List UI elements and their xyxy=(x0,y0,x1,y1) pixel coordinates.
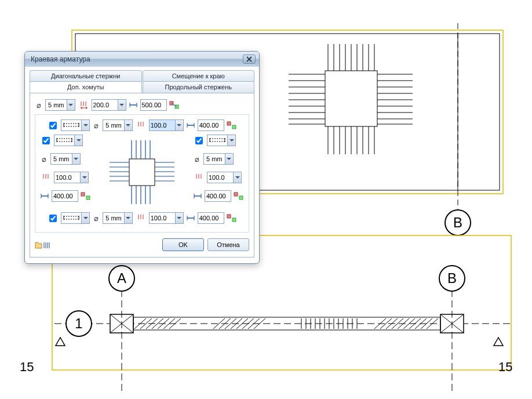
right-length-input-box[interactable] xyxy=(205,190,231,202)
diameter-value: 5 mm xyxy=(204,154,225,164)
left-spacing-input-box[interactable] xyxy=(54,172,89,183)
length-icon xyxy=(129,100,138,110)
pick-length-icon[interactable] xyxy=(81,191,91,201)
close-button[interactable] xyxy=(243,55,256,64)
svg-rect-136 xyxy=(129,159,155,186)
spacing-icon xyxy=(80,100,88,110)
diameter-icon: ⌀ xyxy=(92,214,100,223)
svg-rect-135 xyxy=(86,196,90,200)
right-side-column: ⌀ 5 mm xyxy=(193,135,244,205)
left-length-input[interactable] xyxy=(52,191,78,201)
dropdown-arrow-icon[interactable] xyxy=(175,120,183,130)
top-side-row: ⌀ 5 mm xyxy=(40,119,244,131)
pick-length-icon[interactable] xyxy=(227,121,237,130)
right-diameter-dropdown[interactable]: 5 mm xyxy=(203,153,234,165)
tab-diagonal-bars[interactable]: Диагональные стержни xyxy=(30,70,142,82)
dropdown-arrow-icon[interactable] xyxy=(227,135,235,146)
top-spacing-input[interactable] xyxy=(150,120,175,130)
pick-length-icon[interactable] xyxy=(227,213,237,223)
length-icon xyxy=(186,121,195,130)
pattern-icon xyxy=(61,120,81,130)
dropdown-arrow-icon[interactable] xyxy=(124,120,132,130)
dropdown-arrow-icon[interactable] xyxy=(175,213,183,223)
svg-text:B: B xyxy=(453,215,462,230)
left-enabled-checkbox[interactable] xyxy=(42,137,50,144)
top-diameter-dropdown[interactable]: 5 mm xyxy=(103,119,133,131)
left-length-input-box[interactable] xyxy=(52,190,78,202)
diameter-value: 5 mm xyxy=(103,120,124,130)
dropdown-arrow-icon[interactable] xyxy=(118,100,126,110)
dropdown-arrow-icon[interactable] xyxy=(72,154,80,164)
diameter-value: 5 mm xyxy=(51,154,72,164)
bottom-side-row: ⌀ 5 mm xyxy=(40,212,244,224)
right-spacing-input-box[interactable] xyxy=(207,172,242,183)
right-length-input[interactable] xyxy=(205,191,231,201)
right-pattern-dropdown[interactable] xyxy=(207,135,236,146)
ok-button[interactable]: OK xyxy=(162,238,204,251)
edge-sides-frame: ⌀ 5 mm xyxy=(35,114,249,233)
dropdown-arrow-icon[interactable] xyxy=(233,172,241,183)
right-spacing-input[interactable] xyxy=(207,172,233,183)
left-spacing-input[interactable] xyxy=(54,172,80,183)
svg-rect-122 xyxy=(227,122,231,125)
dropdown-arrow-icon[interactable] xyxy=(80,172,88,183)
bottom-length-input-box[interactable] xyxy=(198,212,224,224)
length-icon xyxy=(193,191,202,201)
tab-longitudinal-bar[interactable]: Продольный стержень xyxy=(143,81,255,93)
bottom-enabled-checkbox[interactable] xyxy=(49,215,57,222)
spacing-icon xyxy=(195,173,203,182)
load-save-icon[interactable] xyxy=(35,240,51,250)
dropdown-arrow-icon[interactable] xyxy=(74,135,82,146)
tab-edge-offset[interactable]: Смещение к краю xyxy=(143,70,255,82)
spacing-input-box[interactable] xyxy=(92,99,126,111)
svg-rect-179 xyxy=(227,215,231,218)
length-icon xyxy=(186,213,195,223)
pattern-icon xyxy=(61,213,81,223)
spacing-icon xyxy=(137,213,145,223)
dialog-title: Краевая арматура xyxy=(31,55,243,63)
svg-rect-168 xyxy=(239,196,243,200)
svg-text:1: 1 xyxy=(75,315,82,331)
top-length-input-box[interactable] xyxy=(198,119,224,131)
spacing-input[interactable] xyxy=(92,100,118,110)
column-sketch-icon xyxy=(107,135,177,210)
right-enabled-checkbox[interactable] xyxy=(195,137,203,144)
tab-extra-stirrups[interactable]: Доп. хомуты xyxy=(30,81,142,93)
top-spacing-input-box[interactable] xyxy=(149,119,184,131)
length-input-box[interactable] xyxy=(140,99,167,111)
svg-rect-167 xyxy=(234,193,238,196)
bottom-pattern-dropdown[interactable] xyxy=(61,212,90,224)
dropdown-arrow-icon[interactable] xyxy=(81,213,89,223)
svg-rect-123 xyxy=(232,125,236,129)
length-input[interactable] xyxy=(141,100,166,110)
bottom-diameter-dropdown[interactable]: 5 mm xyxy=(103,212,133,224)
top-enabled-checkbox[interactable] xyxy=(49,122,57,129)
diameter-dropdown[interactable]: 5 mm xyxy=(45,99,75,111)
bottom-spacing-input[interactable] xyxy=(150,213,175,223)
cancel-button[interactable]: Отмена xyxy=(207,238,249,251)
svg-rect-134 xyxy=(81,193,85,196)
dropdown-arrow-icon[interactable] xyxy=(67,100,75,110)
pattern-icon xyxy=(54,135,74,146)
pick-length-icon[interactable] xyxy=(234,191,244,201)
spacing-icon xyxy=(42,173,50,182)
top-length-input[interactable] xyxy=(198,120,224,130)
svg-line-78 xyxy=(386,318,398,329)
dialog-titlebar[interactable]: Краевая арматура xyxy=(25,52,259,67)
dropdown-arrow-icon[interactable] xyxy=(225,154,233,164)
top-pattern-dropdown[interactable] xyxy=(61,119,90,131)
close-icon xyxy=(246,56,252,62)
left-pattern-dropdown[interactable] xyxy=(54,135,83,146)
left-diameter-dropdown[interactable]: 5 mm xyxy=(50,153,81,165)
dropdown-arrow-icon[interactable] xyxy=(124,213,132,223)
bottom-length-input[interactable] xyxy=(198,213,224,223)
dialog-button-bar: OK Отмена xyxy=(35,238,249,251)
dropdown-arrow-icon[interactable] xyxy=(81,120,89,130)
svg-text:A: A xyxy=(117,270,126,286)
pick-length-icon[interactable] xyxy=(169,100,180,110)
diameter-icon: ⌀ xyxy=(92,121,100,130)
edge-reinforcement-dialog: Краевая арматура Диагональные стержни См… xyxy=(24,51,260,264)
bottom-spacing-input-box[interactable] xyxy=(149,212,184,224)
svg-rect-180 xyxy=(232,218,236,222)
global-bar-row: ⌀ 5 mm xyxy=(35,99,249,111)
